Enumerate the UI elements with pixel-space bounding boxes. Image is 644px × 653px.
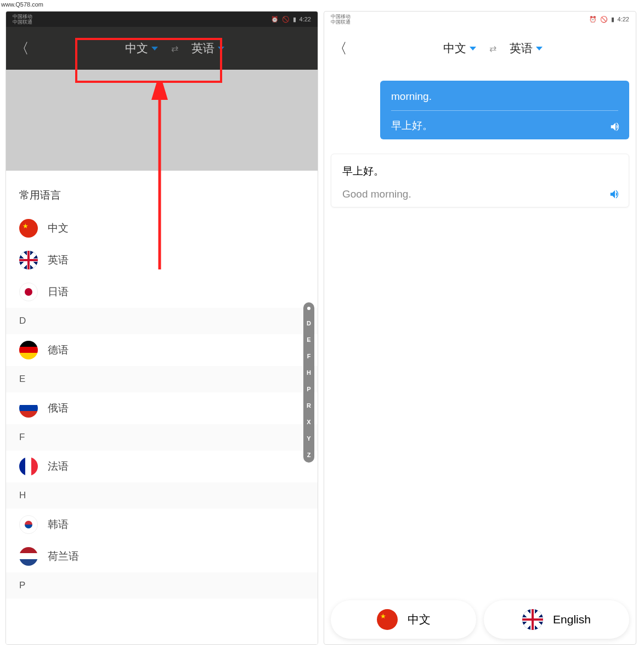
flag-germany-icon [19,341,38,359]
status-bar: 中国移动 中国联通 ⏰ 🚫 ▮ 4:22 [324,12,636,27]
carrier-2: 中国联通 [331,19,351,25]
phone-screenshot-right: 中国移动 中国联通 ⏰ 🚫 ▮ 4:22 〈 中文 ⇄ 英语 [324,11,636,645]
voice-button-label: 中文 [408,612,431,627]
index-letter[interactable]: P [307,386,310,392]
status-bar: 中国移动 中国联通 ⏰ 🚫 ▮ 4:22 [6,12,318,27]
alarm-icon: ⏰ [271,16,279,23]
target-language-label: 英语 [191,41,214,56]
section-letter: D [6,308,318,334]
dnd-icon: 🚫 [600,16,608,23]
battery-icon: ▮ [611,16,614,23]
index-letter[interactable]: E [307,336,310,343]
carrier-1: 中国移动 [331,14,351,19]
source-language-selector[interactable]: 中文 [125,41,158,56]
header: 〈 中文 ⇄ 英语 [6,27,318,70]
speaker-icon[interactable] [609,188,621,200]
chevron-down-icon [536,47,543,50]
alarm-icon: ⏰ [589,16,597,23]
voice-input-chinese-button[interactable]: 中文 [331,600,476,639]
language-row[interactable]: 荷兰语 [6,541,318,572]
back-button[interactable]: 〈 [333,39,358,58]
speaker-icon[interactable] [609,121,622,133]
language-label: 中文 [48,221,69,235]
index-letter[interactable]: X [307,419,310,425]
flag-japan-icon [19,283,38,301]
language-row[interactable]: 德语 [6,334,318,366]
chevron-down-icon [151,47,158,50]
language-label: 俄语 [48,401,69,415]
index-letter[interactable]: Z [307,452,311,458]
language-picker-sheet: 常用语言 中文 英语 日语 D 德语 E 俄语 F 法语 H 韩语 荷兰语 P [6,171,318,644]
index-dot-icon [307,307,310,310]
swap-icon[interactable]: ⇄ [489,43,496,54]
language-row[interactable]: 中文 [6,212,318,244]
section-letter: H [6,482,318,509]
flag-uk-icon [19,251,38,269]
chevron-down-icon [218,47,224,50]
language-label: 法语 [48,459,69,474]
flag-korea-icon [19,515,38,534]
index-letter[interactable]: H [307,369,311,376]
section-common-languages: 常用语言 [6,171,318,212]
language-row[interactable]: 日语 [6,276,318,308]
battery-icon: ▮ [293,16,296,23]
translation-card-received[interactable]: 早上好。 Good morning. [331,154,629,207]
source-language-selector[interactable]: 中文 [443,41,476,56]
section-letter: F [6,424,318,451]
conversation-area: morning. 早上好。 早上好。 Good morning. [324,70,636,218]
voice-input-bar: 中文 English [331,600,629,639]
index-letter[interactable]: D [307,320,311,327]
language-row[interactable]: 韩语 [6,509,318,541]
watermark: www.Q578.com [1,1,43,8]
language-label: 日语 [48,285,69,299]
section-letter: E [6,366,318,392]
flag-china-icon [19,219,38,238]
source-text: 早上好。 [342,164,618,178]
translated-text: Good morning. [342,188,618,200]
language-label: 韩语 [48,517,69,532]
status-time: 4:22 [300,16,311,22]
language-row[interactable]: 法语 [6,451,318,482]
voice-input-english-button[interactable]: English [484,600,629,639]
index-letter[interactable]: Y [307,435,310,442]
dnd-icon: 🚫 [282,16,290,23]
index-letter[interactable]: R [307,402,311,409]
chevron-down-icon [470,47,476,50]
language-label: 荷兰语 [48,549,79,564]
swap-icon[interactable]: ⇄ [171,43,178,54]
phone-screenshot-left: 中国移动 中国联通 ⏰ 🚫 ▮ 4:22 〈 中文 ⇄ 英语 [5,11,318,645]
language-row[interactable]: 英语 [6,244,318,276]
language-label: 英语 [48,253,69,267]
source-language-label: 中文 [125,41,148,56]
language-label: 德语 [48,343,69,357]
source-text: morning. [391,91,618,103]
flag-netherlands-icon [19,547,38,566]
language-row[interactable]: 俄语 [6,392,318,424]
target-language-selector[interactable]: 英语 [191,41,224,56]
translation-card-sent[interactable]: morning. 早上好。 [380,81,629,139]
alphabet-index[interactable]: D E F H P R X Y Z [303,302,314,463]
source-language-label: 中文 [443,41,466,56]
carrier-2: 中国联通 [13,19,32,25]
flag-russia-icon [19,399,38,418]
section-letter: P [6,572,318,599]
divider [391,110,618,111]
target-language-label: 英语 [510,41,533,56]
index-letter[interactable]: F [307,353,311,359]
flag-france-icon [19,457,38,476]
flag-china-icon [377,609,398,630]
header: 〈 中文 ⇄ 英语 [324,27,636,70]
voice-button-label: English [553,613,591,626]
carrier-1: 中国移动 [13,14,32,19]
target-language-selector[interactable]: 英语 [510,41,543,56]
flag-uk-icon [522,609,543,630]
translated-text: 早上好。 [391,119,618,133]
back-button[interactable]: 〈 [15,39,40,58]
status-time: 4:22 [618,16,629,22]
